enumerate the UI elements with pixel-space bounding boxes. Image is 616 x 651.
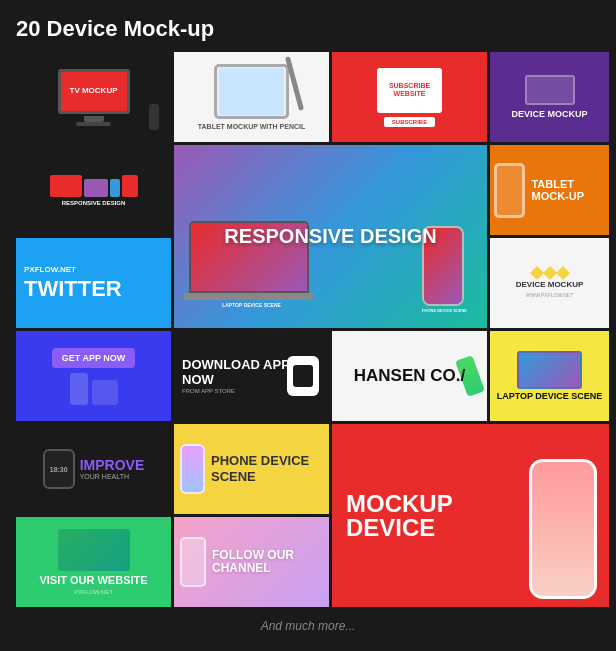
- get-app-label: GET APP NOW: [62, 353, 126, 363]
- laptop-cell[interactable]: LAPTOP DEVICE SCENE: [490, 331, 609, 421]
- phone-label: PHONE DEVICE SCENe: [211, 453, 323, 484]
- device-small-url: WWW.PXFLOW.NET: [526, 292, 574, 298]
- title-text: Device Mock-up: [47, 16, 215, 41]
- improve-sub: YOUR HEALTH: [80, 473, 145, 480]
- get-app-cell[interactable]: GET APP NOW: [16, 331, 171, 421]
- responsive-large-label: RESPONSIVE DESIGN: [224, 225, 436, 248]
- visit-cell[interactable]: VISIT OUR WEBSITE PXFLOW.NET: [16, 517, 171, 607]
- visit-label: VISIT OUR WEBSITE: [39, 574, 147, 586]
- mockup-device-cell[interactable]: MOCKUP DEVICE: [332, 424, 609, 607]
- responsive-small-cell[interactable]: RESPONSIVE DESIGN: [16, 145, 171, 235]
- subscribe-cell[interactable]: SUBSCRIBE WEBSITE SUBSCRIBE: [332, 52, 487, 142]
- mockup-device-label2: DEVICE: [346, 516, 453, 540]
- footer-text: And much more...: [16, 619, 600, 633]
- responsive-small-label: RESPONSIVE DESIGN: [62, 200, 126, 206]
- hansen-cell[interactable]: HANSEN CO./: [332, 331, 487, 421]
- twitter-label: TWITTER: [24, 276, 122, 302]
- device-small-label: DEVICE MOCKUP: [516, 281, 584, 290]
- tablet-cell[interactable]: TABLET MOCKUP WITH PENCIL: [174, 52, 329, 142]
- page-title: 20 Device Mock-up: [16, 16, 600, 42]
- laptop-label: LAPTOP DEVICE SCENE: [189, 302, 314, 308]
- improve-label: IMPROVE: [80, 458, 145, 472]
- phone-label-big: PHONE DEVICE SCENE: [422, 308, 467, 313]
- responsive-large-cell[interactable]: LAPTOP DEVICE SCENE PHONE DEVICE SCENE R…: [174, 145, 487, 328]
- mockup-grid: TV MOCKUP TABLET MOCKUP WITH PENCIL: [16, 52, 600, 607]
- phone-cell[interactable]: PHONE DEVICE SCENe: [174, 424, 329, 514]
- mockup-device-label1: MOCKUP: [346, 492, 453, 516]
- download-sub: FROM APP STORE: [182, 388, 321, 394]
- twitter-cell[interactable]: PXFLOW.NET TWITTER: [16, 238, 171, 328]
- hansen-label: HANSEN CO./: [354, 367, 465, 386]
- subscribe-inner-label: SUBSCRIBE WEBSITE: [377, 82, 442, 99]
- tablet-mockup-cell[interactable]: TABLET MOCK-UP: [490, 145, 609, 235]
- improve-cell[interactable]: 18:30 IMPROVE YOUR HEALTH: [16, 424, 171, 514]
- visit-url: PXFLOW.NET: [74, 589, 113, 595]
- title-count: 20: [16, 16, 40, 41]
- device-small-cell[interactable]: DEVICE MOCKUP WWW.PXFLOW.NET: [490, 238, 609, 328]
- laptop-label: LAPTOP DEVICE SCENE: [497, 392, 603, 402]
- follow-cell[interactable]: FOLLOW OUR CHANNEL: [174, 517, 329, 607]
- main-container: 20 Device Mock-up TV MOCKUP: [16, 16, 600, 633]
- tv-label: TV MOCKUP: [70, 86, 118, 96]
- tablet-label: TABLET MOCKUP WITH PENCIL: [198, 123, 305, 130]
- tablet-mockup-label: TABLET MOCK-UP: [531, 178, 605, 202]
- device-mockup-purple-cell[interactable]: DEVICE MOCKUP: [490, 52, 609, 142]
- follow-label: FOLLOW OUR CHANNEL: [212, 549, 323, 575]
- download-cell[interactable]: DOWNLOAD APP NOW FROM APP STORE: [174, 331, 329, 421]
- tv-cell[interactable]: TV MOCKUP: [16, 52, 171, 142]
- download-label: DOWNLOAD APP NOW: [182, 358, 321, 387]
- twitter-handle: PXFLOW.NET: [24, 265, 76, 274]
- watch-time: 18:30: [50, 466, 68, 473]
- device-mockup-purple-label: DEVICE MOCKUP: [511, 109, 587, 120]
